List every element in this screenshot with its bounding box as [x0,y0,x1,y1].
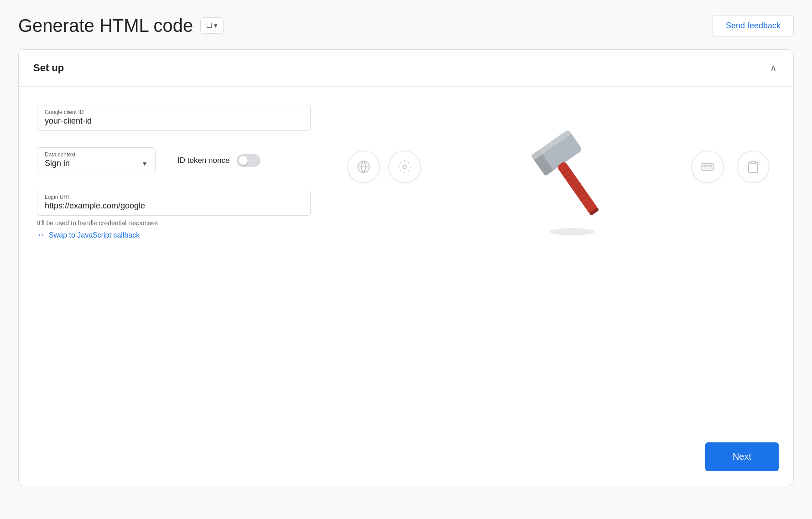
svg-point-12 [708,165,709,166]
login-uri-label: Login URI [45,194,303,200]
client-id-input[interactable] [45,116,303,126]
next-button-row: Next [19,442,793,486]
page-title: Generate HTML code [18,15,193,36]
svg-point-13 [710,165,712,166]
bookmark-button[interactable]: ☐ ▾ [200,17,224,34]
swap-link-label: Swap to JavaScript callback [49,231,140,239]
next-button[interactable]: Next [705,442,779,471]
login-uri-hint: It'll be used to handle credential respo… [37,219,311,227]
bookmark-chevron: ▾ [214,21,218,30]
illustration-side [329,105,779,424]
id-token-nonce-label: ID token nonce [177,156,229,165]
svg-point-2 [403,165,406,169]
clipboard-circle-icon [737,151,770,183]
id-token-nonce-toggle[interactable] [237,154,260,167]
page-header: Generate HTML code ☐ ▾ Send feedback [18,15,794,36]
send-feedback-button[interactable]: Send feedback [713,15,794,36]
data-context-select-inner[interactable]: Sign in ▼ [45,159,148,168]
svg-point-28 [549,228,595,235]
swap-to-js-callback-link[interactable]: ↔ Swap to JavaScript callback [37,230,140,240]
svg-rect-3 [702,164,713,171]
data-context-row: Data context Sign in ▼ ID token nonce [37,147,311,173]
form-side: Google client ID Data context Sign in ▼ … [37,105,311,424]
toggle-thumb [239,156,248,165]
setup-card: Set up ∧ Google client ID Data context S… [18,49,794,486]
keyboard-circle-icon [691,151,724,183]
page-title-area: Generate HTML code ☐ ▾ [18,15,224,36]
data-context-arrow: ▼ [141,160,148,167]
svg-rect-18 [557,161,599,215]
client-id-field-group: Google client ID [37,105,311,131]
hammer-illustration [526,128,618,239]
globe-circle-icon [347,151,380,183]
data-context-value: Sign in [45,159,70,168]
login-uri-input-group: Login URI [37,190,311,216]
card-section-title: Set up [33,62,64,74]
id-token-nonce-row: ID token nonce [177,154,260,167]
bookmark-icon: ☐ [206,21,212,30]
login-uri-field-group: Login URI It'll be used to handle creden… [37,190,311,240]
data-context-select-group[interactable]: Data context Sign in ▼ [37,147,156,173]
collapse-button[interactable]: ∧ [768,61,779,75]
svg-point-11 [706,165,707,166]
collapse-icon: ∧ [770,63,777,73]
card-body: Google client ID Data context Sign in ▼ … [19,87,793,442]
toggle-track [237,154,260,167]
data-context-label: Data context [45,151,148,158]
client-id-label: Google client ID [45,109,303,115]
gear-circle-icon [388,151,421,183]
svg-point-10 [703,165,705,166]
login-uri-input[interactable] [45,201,303,211]
svg-rect-14 [751,161,755,164]
swap-icon: ↔ [37,230,45,240]
card-header: Set up ∧ [19,50,793,87]
